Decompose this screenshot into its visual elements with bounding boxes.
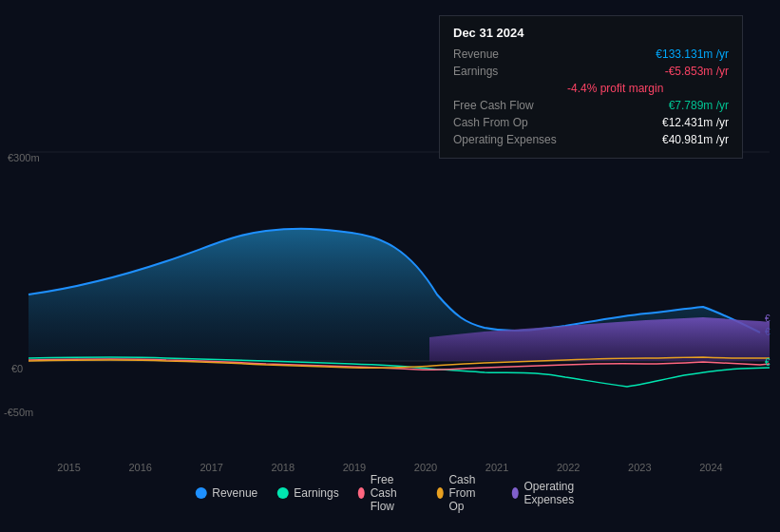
legend-label-cfo: Cash From Op	[448, 473, 492, 513]
x-label-2021: 2021	[485, 462, 508, 473]
tooltip-label-revenue: Revenue	[453, 48, 567, 61]
tooltip-label-fcf: Free Cash Flow	[453, 99, 567, 112]
tooltip-date: Dec 31 2024	[453, 26, 729, 40]
x-label-2015: 2015	[57, 462, 80, 473]
legend-item-cfo[interactable]: Cash From Op	[436, 473, 492, 513]
main-chart: € € €	[0, 147, 780, 475]
tooltip-value-cfo: €12.431m /yr	[662, 116, 729, 129]
x-label-2023: 2023	[628, 462, 651, 473]
legend-label-revenue: Revenue	[212, 486, 257, 500]
legend-dot-cfo	[436, 487, 443, 499]
tooltip-profit-margin: -4.4% profit margin	[453, 80, 729, 97]
tooltip-row-revenue: Revenue €133.131m /yr	[453, 46, 729, 63]
tooltip-row-fcf: Free Cash Flow €7.789m /yr	[453, 97, 729, 114]
legend-item-opex[interactable]: Operating Expenses	[511, 480, 584, 506]
tooltip-row-cfo: Cash From Op €12.431m /yr	[453, 114, 729, 131]
legend-dot-opex	[511, 487, 518, 499]
legend-label-fcf: Free Cash Flow	[371, 473, 418, 513]
x-label-2016: 2016	[128, 462, 151, 473]
svg-text:€: €	[765, 357, 770, 368]
tooltip-value-revenue: €133.131m /yr	[656, 48, 729, 61]
tooltip-label-opex: Operating Expenses	[453, 133, 567, 146]
tooltip-label-cfo: Cash From Op	[453, 116, 567, 129]
x-label-2019: 2019	[343, 462, 366, 473]
x-label-2024: 2024	[699, 462, 722, 473]
tooltip-label-earnings: Earnings	[453, 65, 567, 78]
legend-item-revenue[interactable]: Revenue	[195, 486, 257, 500]
x-label-2022: 2022	[557, 462, 580, 473]
legend-item-fcf[interactable]: Free Cash Flow	[358, 473, 418, 513]
legend-item-earnings[interactable]: Earnings	[276, 486, 338, 500]
x-label-2017: 2017	[200, 462, 222, 473]
legend-label-opex: Operating Expenses	[523, 480, 584, 506]
x-label-2018: 2018	[272, 462, 295, 473]
svg-text:€: €	[765, 314, 770, 324]
tooltip-card: Dec 31 2024 Revenue €133.131m /yr Earnin…	[439, 15, 743, 159]
chart-legend: Revenue Earnings Free Cash Flow Cash Fro…	[195, 473, 585, 513]
x-axis-labels: 2015 2016 2017 2018 2019 2020 2021 2022 …	[0, 462, 780, 473]
legend-label-earnings: Earnings	[294, 486, 338, 500]
tooltip-value-opex: €40.981m /yr	[662, 133, 729, 146]
x-label-2020: 2020	[414, 462, 437, 473]
tooltip-value-earnings: -€5.853m /yr	[665, 65, 729, 78]
legend-dot-earnings	[276, 487, 288, 499]
legend-dot-fcf	[358, 487, 365, 499]
tooltip-row-earnings: Earnings -€5.853m /yr	[453, 63, 729, 80]
legend-dot-revenue	[195, 487, 206, 499]
tooltip-value-fcf: €7.789m /yr	[669, 99, 729, 112]
tooltip-row-opex: Operating Expenses €40.981m /yr	[453, 131, 729, 148]
